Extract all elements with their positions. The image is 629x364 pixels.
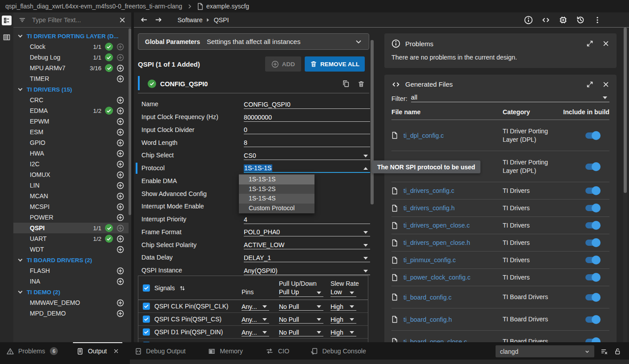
remove-all-button[interactable]: REMOVE ALL (305, 56, 365, 72)
sidebar-item-uart[interactable]: UART1/2 (13, 233, 129, 244)
breadcrumb-file[interactable]: example.syscfg (206, 3, 249, 10)
sidebar-item-crc[interactable]: CRC (13, 95, 129, 105)
tab-cio[interactable]: CIO (263, 342, 291, 360)
field-select[interactable]: DELAY_1 (244, 253, 370, 262)
add-instance-icon[interactable] (117, 118, 124, 125)
field-select[interactable]: 1S-1S-1S (244, 164, 370, 173)
file-link[interactable]: ti_drivers_config.h (403, 204, 455, 212)
pull-select[interactable]: No Pull (279, 302, 323, 311)
sidebar-item-gpio[interactable]: GPIO (13, 137, 129, 148)
include-toggle[interactable] (585, 205, 599, 211)
field-input[interactable]: 4 (244, 215, 370, 224)
pull-default-select[interactable]: Pull Up (279, 288, 323, 297)
sidebar-item-mcan[interactable]: MCAN (13, 191, 129, 201)
tree-category-ti-board-drivers-2[interactable]: TI BOARD DRIVERS (2) (13, 255, 129, 265)
breadcrumb-item-software[interactable]: Software (177, 16, 202, 24)
include-toggle[interactable] (585, 257, 599, 263)
include-toggle[interactable] (585, 222, 599, 228)
signals-select-all-checkbox[interactable] (143, 284, 150, 292)
field-input[interactable]: CONFIG_QSPI0 (244, 100, 370, 109)
kebab-menu-icon[interactable] (593, 16, 601, 24)
sidebar-item-edma[interactable]: EDMA1/2 (13, 105, 129, 116)
files-filter-select[interactable]: all (411, 94, 609, 102)
sidebar-item-epwm[interactable]: EPWM (13, 116, 129, 127)
sidebar-item-wdt[interactable]: WDT (13, 244, 129, 255)
file-link[interactable]: ti_board_open_close.c (403, 338, 467, 343)
sidebar-item-mmwave-demo[interactable]: MMWAVE_DEMO (13, 297, 129, 308)
add-instance-icon[interactable] (117, 139, 124, 147)
sidebar-item-mcspi[interactable]: MCSPI (13, 201, 129, 212)
add-instance-icon[interactable] (117, 235, 124, 243)
chip-icon[interactable] (559, 16, 568, 24)
include-toggle[interactable] (585, 339, 599, 343)
add-instance-icon[interactable] (117, 64, 124, 72)
delete-instance-icon[interactable] (358, 80, 365, 88)
sidebar-item-iomux[interactable]: IOMUX (13, 169, 129, 180)
file-link[interactable]: ti_dpl_config.c (403, 132, 444, 139)
signal-checkbox[interactable] (143, 303, 150, 310)
dropdown-option-1s-1s-4s[interactable]: 1S-1S-4S (239, 194, 314, 204)
include-toggle[interactable] (585, 132, 599, 139)
instance-header[interactable]: CONFIG_QSPI0 (138, 75, 369, 93)
expand-icon[interactable] (586, 40, 593, 47)
sidebar-item-mpu-armv7[interactable]: MPU ARMv73/16 (13, 63, 129, 73)
panel-view-button[interactable] (2, 16, 12, 25)
include-toggle[interactable] (585, 240, 599, 246)
add-instance-icon[interactable] (117, 75, 124, 83)
unlock-icon[interactable] (614, 348, 621, 355)
back-arrow-icon[interactable] (140, 16, 148, 24)
add-instance-icon[interactable] (117, 107, 124, 115)
add-instance-icon[interactable] (117, 278, 124, 285)
sidebar-item-flash[interactable]: FLASH (13, 265, 129, 276)
language-server-select[interactable]: clangd (496, 345, 594, 357)
code-icon[interactable] (541, 16, 550, 24)
duplicate-icon[interactable] (342, 80, 350, 88)
add-instance-icon[interactable] (117, 299, 124, 307)
close-tab-icon[interactable] (113, 348, 119, 354)
close-icon[interactable] (602, 81, 609, 88)
add-instance-icon[interactable] (117, 203, 124, 211)
file-link[interactable]: ti_power_clock_config.c (403, 274, 471, 281)
include-toggle[interactable] (585, 316, 599, 323)
include-toggle[interactable] (585, 164, 599, 170)
close-icon[interactable] (602, 40, 609, 47)
include-toggle[interactable] (585, 188, 599, 194)
dropdown-option-1s-1s-1s[interactable]: 1S-1S-1S (239, 175, 314, 184)
add-instance-icon[interactable] (117, 96, 124, 104)
forward-arrow-icon[interactable] (155, 16, 162, 24)
field-select[interactable]: Any(QSPI0) (244, 266, 370, 275)
file-link[interactable]: ti_board_config.c (403, 294, 452, 301)
sidebar-item-debug-log[interactable]: Debug Log1/1 (13, 52, 129, 63)
add-instance-icon[interactable] (117, 182, 124, 189)
tab-debug-console[interactable]: Debug Console (309, 342, 368, 360)
history-icon[interactable] (576, 16, 585, 24)
add-instance-icon[interactable] (117, 171, 124, 179)
include-toggle[interactable] (585, 274, 599, 280)
global-parameters-bar[interactable]: Global Parameters Settings that affect a… (138, 33, 369, 50)
sidebar-item-ina[interactable]: INA (13, 276, 129, 287)
info-icon[interactable] (524, 16, 533, 24)
clear-output-icon[interactable] (600, 348, 608, 355)
field-input[interactable]: 80000000 (244, 112, 370, 122)
field-input[interactable]: 0 (244, 125, 370, 134)
field-select[interactable]: ACTIVE_LOW (244, 240, 370, 249)
field-input[interactable]: 8 (244, 138, 370, 147)
add-instance-icon[interactable] (117, 267, 124, 275)
add-instance-icon[interactable] (117, 128, 124, 136)
file-link[interactable]: ti_drivers_open_close.c (403, 222, 470, 229)
add-instance-icon[interactable] (117, 246, 124, 253)
pin-select[interactable]: Any... (242, 328, 269, 336)
file-link[interactable]: ti_drivers_config.c (403, 187, 454, 194)
tree-category-ti-driver-porting-layer-d[interactable]: TI DRIVER PORTING LAYER (D... (13, 31, 129, 41)
file-link[interactable]: ti_pinmux_config.c (403, 256, 456, 264)
sidebar-item-power[interactable]: POWER (13, 212, 129, 223)
add-instance-icon[interactable] (117, 192, 124, 200)
field-select[interactable]: POL0_PHA0 (244, 227, 370, 236)
slew-default-select[interactable]: Low (331, 288, 356, 297)
add-instance-icon[interactable] (117, 310, 124, 317)
sidebar-item-i2c[interactable]: I2C (13, 159, 129, 169)
sidebar-item-esm[interactable]: ESM (13, 127, 129, 137)
signal-checkbox[interactable] (143, 328, 150, 336)
add-instance-icon[interactable] (117, 214, 124, 221)
board-view-button[interactable] (2, 32, 12, 42)
